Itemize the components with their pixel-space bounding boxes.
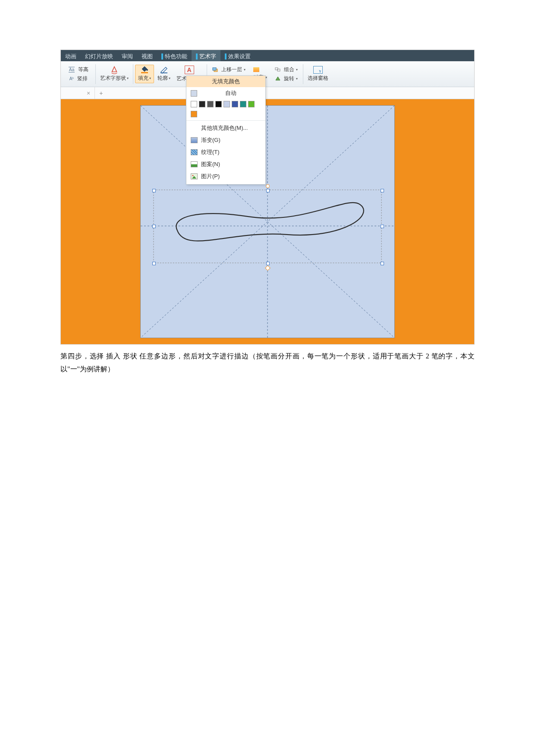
color-swatch[interactable] [199,101,205,107]
btn-label: 填充 [138,75,148,82]
gradient-icon [191,137,198,143]
wordart-shape-icon [110,66,119,74]
app-screenshot: 动画 幻灯片放映 审阅 视图 特色功能 艺术字 效果设置 Aa 等高 Aᵇ 竖排… [60,50,475,345]
btn-label: 竖排 [77,75,88,82]
rotate-button[interactable]: 旋转▾ [273,75,299,83]
fill-dropdown-menu: 无填充颜色 自动 [186,75,266,185]
tab-wordart[interactable]: 艺术字 [192,50,220,61]
vertical-text-button[interactable]: Aᵇ 竖排 [68,75,89,83]
letter-a-icon: A [185,66,194,74]
dd-label: 无填充颜色 [212,78,240,85]
tab-accent-icon [196,53,198,60]
texture-option[interactable]: 纹理(T) [186,146,265,158]
svg-rect-1 [141,72,148,73]
tab-label: 审阅 [122,53,133,60]
resize-handle[interactable] [381,189,384,192]
tab-label: 效果设置 [228,53,251,60]
chevron-down-icon: ▾ [149,76,151,80]
more-colors-option[interactable]: 其他填充颜色(M)... [186,122,265,134]
no-fill-option[interactable]: 无填充颜色 [186,76,265,87]
equal-height-icon: Aa [69,67,75,72]
group-button[interactable]: 组合▾ [273,66,299,74]
resize-handle[interactable] [266,262,270,265]
color-swatch[interactable] [191,111,197,117]
menu-separator [186,120,265,121]
fill-button[interactable]: 填充▾ [135,65,154,83]
pattern-option[interactable]: 图案(N) [186,158,265,170]
btn-label: 等高 [78,66,88,73]
color-swatch[interactable] [232,101,238,107]
dd-label: 纹理(T) [201,148,220,156]
vertical-text-icon: Aᵇ [69,76,74,81]
separator [95,64,96,84]
resize-handle[interactable] [152,189,156,192]
separator [303,64,303,84]
svg-point-10 [192,175,194,176]
theme-color-row [186,99,265,109]
tab-special[interactable]: 特色功能 [157,50,192,61]
picture-option[interactable]: 图片(P) [186,170,265,182]
chevron-down-icon: ▾ [296,68,298,72]
outline-button[interactable]: 轮廓▾ [155,65,173,83]
color-swatch[interactable] [223,101,230,107]
tab-slideshow[interactable]: 幻灯片放映 [81,50,117,61]
dd-label: 自动 [201,89,261,97]
color-swatch[interactable] [215,101,222,107]
resize-handle[interactable] [381,262,384,265]
selection-pane-button[interactable]: 选择窗格 [305,65,331,83]
pattern-icon [191,161,198,167]
selection-pane-icon [313,66,323,74]
resize-handle[interactable] [266,189,270,192]
rotate-handle[interactable] [266,184,270,188]
tab-bar: 动画 幻灯片放映 审阅 视图 特色功能 艺术字 效果设置 [61,50,474,61]
chevron-down-icon: ▾ [296,77,298,81]
texture-icon [191,149,198,155]
caption-text: 第四步，选择 插入 形状 任意多边形，然后对文字进行描边（按笔画分开画，每一笔为… [60,350,475,376]
svg-rect-4 [213,68,216,70]
resize-handle[interactable] [152,262,156,265]
chevron-down-icon: ▾ [244,68,245,72]
tab-accent-icon [161,53,163,60]
separator [133,64,133,84]
resize-handle[interactable] [381,225,384,228]
resize-handle[interactable] [152,225,156,228]
dd-label: 其他填充颜色(M)... [201,124,248,132]
svg-marker-9 [276,77,280,80]
color-swatch[interactable] [248,101,255,107]
new-tab-button[interactable]: + [94,87,107,99]
gradient-option[interactable]: 渐变(G) [186,134,265,146]
tab-label: 动画 [65,53,76,60]
tab-effects[interactable]: 效果设置 [220,50,255,61]
picture-icon [191,173,198,179]
slide-canvas[interactable] [140,105,395,338]
dd-label: 渐变(G) [201,136,220,144]
color-swatch[interactable] [191,101,197,107]
btn-label: 轮廓 [157,75,168,82]
equal-height-button[interactable]: Aa 等高 [67,66,90,74]
color-swatch[interactable] [240,101,246,107]
tab-animation[interactable]: 动画 [61,50,81,61]
bring-forward-icon [212,67,218,72]
caption-content: 第四步，选择 插入 形状 任意多边形，然后对文字进行描边（按笔画分开画，每一笔为… [60,352,475,373]
bucket-icon [140,66,149,74]
wordart-shape-button[interactable]: 艺术字形状▾ [98,65,131,83]
svg-marker-11 [192,176,196,179]
guide-diagonals [141,106,394,338]
chevron-down-icon: ▾ [169,76,170,80]
btn-label: 组合 [284,66,294,73]
tab-review[interactable]: 审阅 [117,50,137,61]
close-tab-button[interactable]: × [82,90,94,97]
tab-view[interactable]: 视图 [137,50,157,61]
ribbon-wrap: 动画 幻灯片放映 审阅 视图 特色功能 艺术字 效果设置 Aa 等高 Aᵇ 竖排… [61,50,474,99]
align-button[interactable] [252,67,261,72]
tab-accent-icon [225,53,227,60]
group-text-layout: Aa 等高 Aᵇ 竖排 [63,63,94,85]
pen-icon [160,66,168,74]
group-icon [275,67,281,72]
rotate-icon [275,76,281,81]
tab-label: 特色功能 [165,53,187,60]
auto-fill-option[interactable]: 自动 [186,87,265,99]
color-swatch[interactable] [207,101,214,107]
bring-forward-button[interactable]: 上移一层▾ [211,66,247,74]
align-icon [253,67,259,72]
